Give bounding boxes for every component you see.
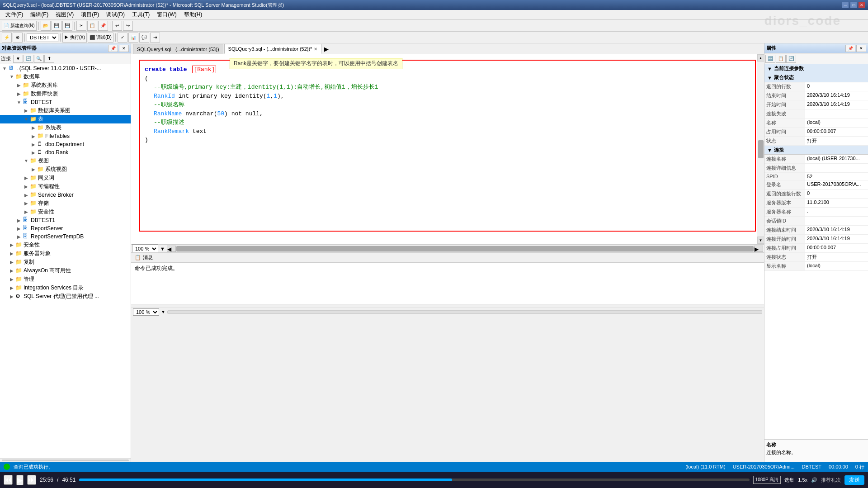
media-volume-icon[interactable]: 🔊 [811, 477, 817, 483]
dbsnap-expander[interactable]: ▶ [15, 91, 23, 96]
parse-btn[interactable]: ✓ [118, 33, 127, 43]
props-sort-btn[interactable]: 🔤 [765, 55, 775, 63]
window-controls[interactable]: ─ ▭ ✕ [842, 2, 865, 8]
menu-edit[interactable]: 编辑(E) [27, 10, 52, 19]
hscroll-left[interactable]: ◀ [167, 246, 176, 252]
dbtest-expander[interactable]: ▼ [15, 100, 23, 105]
code-editor-content[interactable]: create table [Rank] ( --职级编号,primary key… [139, 60, 756, 232]
tree-tables-folder[interactable]: ▼ 📁 表 [0, 115, 131, 123]
scroll-down-btn[interactable]: ▼ [757, 237, 764, 244]
tree-synonyms[interactable]: ▶ 📁 同义词 [0, 174, 131, 182]
tree-alwayson[interactable]: ▶ 📁 AlwaysOn 高可用性 [0, 266, 131, 275]
srvobj-expander[interactable]: ▶ [8, 251, 15, 256]
props-category-btn[interactable]: 📋 [776, 55, 786, 63]
ao-expander[interactable]: ▶ [8, 268, 15, 273]
explorer-filter-btn[interactable]: 🔍 [34, 55, 44, 63]
menu-project[interactable]: 项目(P) [77, 10, 103, 19]
stop-btn[interactable]: ⬛ 调试(D) [88, 33, 113, 43]
menu-tools[interactable]: 工具(T) [128, 10, 153, 19]
hscroll-track[interactable] [176, 246, 754, 252]
tree-diagrams[interactable]: ▶ 📁 数据库关系图 [0, 106, 131, 115]
tab3-close[interactable]: ✕ [314, 47, 317, 52]
tree-reportserver[interactable]: ▶ 🗄 ReportServer [0, 224, 131, 232]
tree-system-views[interactable]: ▶ 📁 系统视图 [0, 165, 131, 174]
open-file-btn[interactable]: 📂 [41, 21, 51, 31]
indent-btn[interactable]: ⇥ [150, 33, 160, 43]
agent-expander[interactable]: ▶ [8, 294, 15, 299]
code-panel[interactable]: Rank是关键字，要创建关键字名字的表时，可以使用中括号创建表名 create … [131, 54, 764, 244]
menu-debug[interactable]: 调试(D) [103, 10, 128, 19]
tree-sql-agent[interactable]: ▶ ⚙ SQL Server 代理(已禁用代理 ... [0, 292, 131, 301]
explorer-collapse-btn[interactable]: ⬆ [44, 55, 54, 63]
copy-btn[interactable]: 📋 [87, 21, 97, 31]
rs-expander[interactable]: ▶ [15, 226, 23, 231]
tree-security-dbtest[interactable]: ▶ 📁 安全性 [0, 208, 131, 216]
mgmt-expander[interactable]: ▶ [8, 277, 15, 282]
execute-btn[interactable]: ▶ 执行(X) [62, 33, 87, 43]
media-send-btn[interactable]: 发送 [844, 475, 864, 485]
media-quality[interactable]: 1080P 高清 [753, 476, 781, 484]
menu-file[interactable]: 文件(F) [2, 10, 27, 19]
tree-dept-table[interactable]: ▶ 🗒 dbo.Department [0, 140, 131, 148]
save-btn[interactable]: 💾 [52, 21, 61, 31]
tree-server-objects[interactable]: ▶ 📁 服务器对象 [0, 249, 131, 258]
tree-reportserver-tempdb[interactable]: ▶ 🗄 ReportServerTempDB [0, 232, 131, 241]
tree-management[interactable]: ▶ 📁 管理 [0, 275, 131, 284]
comment-btn[interactable]: 💬 [139, 33, 149, 43]
menu-view[interactable]: 视图(V) [52, 10, 77, 19]
props-section-connection[interactable]: ▼ 当前连接参数 [764, 64, 868, 73]
explorer-close-btn[interactable]: ✕ [119, 45, 129, 52]
zoom-selector[interactable]: 100 % 75 % 150 % [132, 244, 158, 253]
sec-dbtest-expander[interactable]: ▶ [23, 209, 30, 214]
props-section-conn[interactable]: ▼ 连接 [764, 146, 868, 155]
explorer-pin-btn[interactable]: 📌 [108, 45, 118, 52]
close-button[interactable]: ✕ [858, 2, 865, 8]
tree-filetables[interactable]: ▶ 📁 FileTables [0, 132, 131, 140]
rank-expander[interactable]: ▶ [30, 150, 37, 155]
props-pin-btn[interactable]: 📌 [845, 45, 855, 52]
srv-sec-expander[interactable]: ▶ [8, 242, 15, 247]
restore-button[interactable]: ▭ [850, 2, 857, 8]
paste-btn[interactable]: 📌 [98, 21, 108, 31]
messages-tab[interactable]: 📋 消息 [131, 253, 764, 263]
sb-expander[interactable]: ▶ [23, 193, 30, 198]
views-expander[interactable]: ▼ [23, 158, 30, 163]
explorer-refresh-btn[interactable]: 🔄 [24, 55, 33, 63]
menu-window[interactable]: 窗口(W) [153, 10, 180, 19]
diagrams-expander[interactable]: ▶ [23, 108, 30, 113]
tree-server-node[interactable]: ▼ 🖥 . (SQL Server 11.0.2100 - USER-... [0, 64, 131, 72]
storage-expander[interactable]: ▶ [23, 201, 30, 206]
tree-databases-folder[interactable]: ▼ 📁 数据库 [0, 72, 131, 81]
scroll-up-btn[interactable]: ▲ [757, 54, 764, 62]
repl-expander[interactable]: ▶ [8, 260, 15, 265]
tab-query3[interactable]: SQLQuery3.sql - (...dministrator (52))* … [224, 44, 322, 54]
databases-expander[interactable]: ▼ [8, 74, 15, 79]
tree-system-tables[interactable]: ▶ 📁 系统表 [0, 123, 131, 132]
media-play-btn[interactable]: ▶ [16, 475, 24, 485]
tab-scroll-right[interactable]: ▶ [322, 44, 330, 54]
filetbl-expander[interactable]: ▶ [30, 134, 37, 139]
tree-programmability[interactable]: ▶ 📁 可编程性 [0, 182, 131, 191]
tree-dbtest1[interactable]: ▶ 🗄 DBTEST1 [0, 216, 131, 224]
media-prev-btn[interactable]: ⏮ [4, 475, 13, 485]
undo-btn[interactable]: ↩ [112, 21, 122, 31]
is-expander[interactable]: ▶ [8, 285, 15, 290]
tree-service-broker[interactable]: ▶ 📁 Service Broker [0, 191, 131, 199]
props-section-aggregate[interactable]: ▼ 聚合状态 [764, 73, 868, 82]
save-all-btn[interactable]: 💾 [62, 21, 72, 31]
minimize-button[interactable]: ─ [842, 2, 849, 8]
connect-btn[interactable]: ⚡ [2, 33, 12, 43]
tree-views-folder[interactable]: ▼ 📁 视图 [0, 156, 131, 165]
media-next-btn[interactable]: ⏭ [27, 475, 36, 485]
tree-rank-table[interactable]: ▶ 🗒 dbo.Rank [0, 148, 131, 156]
tree-replication[interactable]: ▶ 📁 复制 [0, 258, 131, 266]
tree-db-snapshots[interactable]: ▶ 📁 数据库快照 [0, 90, 131, 98]
tree-storage[interactable]: ▶ 📁 存储 [0, 199, 131, 208]
server-expander[interactable]: ▼ [1, 66, 8, 71]
tree-server-security[interactable]: ▶ 📁 安全性 [0, 241, 131, 249]
tables-expander[interactable]: ▼ [23, 117, 30, 122]
sysview-expander[interactable]: ▶ [30, 167, 37, 172]
dbtest1-expander[interactable]: ▶ [15, 218, 23, 223]
new-query-btn[interactable]: 📄 新建查询(N) [2, 21, 37, 31]
explorer-connect-btn[interactable]: ▼ [13, 55, 23, 63]
